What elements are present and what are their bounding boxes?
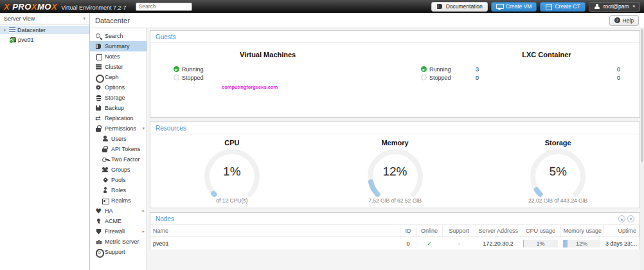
running-label: Running (429, 66, 451, 73)
cpu-usage-bar: 1% (523, 240, 558, 248)
view-mode-select[interactable]: Server View ▾ (0, 13, 89, 24)
menu-item-cluster[interactable]: Cluster (90, 62, 147, 72)
global-search-input[interactable] (136, 3, 192, 11)
cell-memory-usage: 12% (560, 237, 603, 250)
create-ct-button[interactable]: Create CT (540, 2, 585, 12)
menu-item-ha[interactable]: HA▸ (90, 206, 147, 216)
datacenter-menu: SearchSummaryNotesClusterCephOptionsStor… (90, 28, 147, 270)
menu-item-backup[interactable]: Backup (90, 103, 147, 113)
menu-item-storage[interactable]: Storage (90, 93, 147, 103)
create-vm-button[interactable]: Create VM (491, 2, 537, 12)
gauge-sublabel: of 12 CPU(s) (216, 197, 247, 204)
menu-item-summary[interactable]: Summary (90, 41, 147, 51)
menu-item-label: ACME (105, 218, 121, 224)
nodes-table: Name ID Online Support Server Address CP… (150, 225, 640, 249)
scrollbar-thumb[interactable] (641, 29, 643, 162)
chevron-down-icon[interactable]: ▾ (142, 126, 145, 131)
col-memory-usage[interactable]: Memory usage (560, 225, 603, 237)
brand-name: PROXMOX (12, 2, 57, 12)
monitor-icon (496, 4, 503, 10)
tree-node-pve01[interactable]: pve01 (0, 35, 89, 44)
gauge-sublabel: 7.52 GiB of 62.52 GiB (368, 197, 422, 204)
lxc-stopped-count: 0 (617, 75, 620, 81)
lxc-stopped-row: Stopped 0 (421, 73, 620, 82)
tree-node-datacenter[interactable]: ▾ Datacenter (0, 26, 89, 34)
stopped-icon (174, 75, 179, 80)
menu-item-replication[interactable]: Replication (90, 113, 147, 123)
proxmox-logo: X PROXMOX Virtual Environment 7.2-7 (4, 2, 127, 12)
col-cpu-usage[interactable]: CPU usage (521, 225, 560, 237)
menu-item-pools[interactable]: Pools (90, 175, 147, 185)
menu-item-label: Notes (105, 53, 120, 60)
memory-gauge-block: Memory 12% 7.52 GiB of 62.52 GiB (314, 134, 477, 208)
note-icon (95, 53, 102, 60)
menu-item-label: Ceph (105, 74, 119, 80)
col-support[interactable]: Support (442, 225, 476, 237)
menu-item-options[interactable]: Options (90, 82, 147, 93)
menu-item-users[interactable]: Users (90, 134, 147, 144)
menu-item-acme[interactable]: ACME (90, 216, 147, 226)
version-label: Virtual Environment 7.2-7 (61, 4, 126, 11)
summary-content: Guests Virtual Machines LXC Container ▶ … (147, 28, 644, 270)
menu-item-label: Roles (111, 187, 126, 194)
container-icon (545, 4, 552, 10)
menu-item-firewall[interactable]: Firewall▸ (90, 226, 147, 237)
menu-item-roles[interactable]: Roles (90, 185, 147, 195)
menu-item-ceph[interactable]: Ceph (90, 72, 147, 82)
question-icon: ? (614, 17, 620, 23)
col-id[interactable]: ID (400, 225, 416, 237)
running-label: Running (182, 66, 204, 73)
nodes-panel-title: Nodes ▲ ▼ (150, 213, 640, 225)
col-online[interactable]: Online (416, 225, 442, 237)
menu-item-label: Options (105, 84, 125, 91)
guests-panel-title: Guests (150, 31, 640, 43)
menu-item-label: Firewall (105, 228, 125, 235)
chevron-right-icon[interactable]: ▸ (142, 208, 145, 213)
documentation-button[interactable]: Documentation (431, 2, 488, 12)
chevron-right-icon[interactable]: ▸ (142, 229, 145, 234)
help-button[interactable]: ? Help (609, 15, 639, 26)
tree-node-label: Datacenter (17, 27, 46, 33)
menu-item-label: Replication (105, 115, 134, 122)
content-scrollbar[interactable] (640, 28, 644, 270)
gauge-percent: 1% (200, 148, 264, 195)
watermark-text: computingforgeeks.com (222, 84, 278, 90)
col-uptime[interactable]: Uptime (603, 225, 640, 237)
menu-item-label: Realms (111, 197, 131, 204)
cluster-icon (95, 64, 102, 70)
menu-item-api-tokens[interactable]: API Tokens (90, 144, 147, 154)
col-name[interactable]: Name (150, 225, 400, 237)
menu-item-realms[interactable]: Realms (90, 195, 147, 206)
menu-item-notes[interactable]: Notes (90, 51, 147, 62)
menu-item-support[interactable]: Support (90, 247, 147, 257)
menu-item-label: API Tokens (111, 146, 140, 152)
storage-gauge-block: Storage 5% 22.02 GiB of 443.24 GiB (476, 134, 640, 208)
col-server-address[interactable]: Server Address (476, 225, 521, 237)
padlock-icon (102, 146, 109, 152)
collapse-down-icon[interactable]: ▼ (627, 215, 634, 222)
menu-item-two-factor[interactable]: Two Factor (90, 154, 147, 165)
datacenter-icon (9, 27, 15, 33)
cell-cpu-usage: 1% (521, 237, 560, 250)
lxc-status-rows: ▶ Running 0 Stopped 0 (421, 65, 620, 82)
menu-item-metric-server[interactable]: Metric Server (90, 237, 147, 247)
gauge-percent: 12% (363, 148, 427, 195)
stopped-label: Stopped (429, 75, 451, 81)
expand-caret-icon[interactable]: ▾ (3, 28, 7, 33)
menu-item-permissions[interactable]: Permissions▾ (90, 123, 147, 134)
certificate-icon (95, 218, 102, 224)
gauge-title: Storage (545, 139, 571, 147)
collapse-up-icon[interactable]: ▲ (618, 215, 625, 222)
lxc-running-count: 0 (617, 66, 620, 73)
ceph-icon (95, 74, 102, 80)
chart-icon (95, 239, 102, 245)
stopped-icon (421, 75, 427, 80)
menu-item-label: Search (105, 33, 123, 39)
shield-icon (95, 228, 102, 235)
menu-item-search[interactable]: Search (90, 31, 147, 41)
menu-item-groups[interactable]: Groups (90, 165, 147, 175)
user-menu-button[interactable]: root@pam ▾ (589, 2, 640, 12)
cell-uptime: 3 days 23:... (603, 237, 640, 250)
gauge-title: Memory (381, 139, 408, 147)
table-row-pve01[interactable]: pve01 0 ✓ - 172.20.30.2 1% (150, 237, 640, 250)
